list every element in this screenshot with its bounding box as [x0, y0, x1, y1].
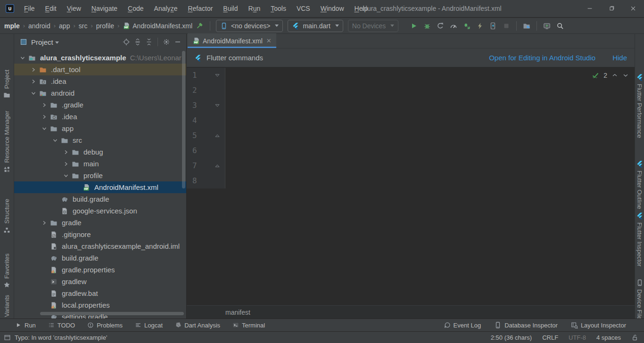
horizontal-scrollbar[interactable]	[40, 312, 184, 315]
fold-marker-icon[interactable]	[207, 128, 225, 143]
chevron-down-icon[interactable]	[51, 137, 61, 144]
inspection-widget[interactable]: 2	[588, 69, 633, 82]
chevron-right-icon[interactable]	[41, 219, 50, 227]
tree-row[interactable]: build.gradle	[14, 252, 186, 264]
profiler-button[interactable]	[447, 20, 460, 32]
tool-window-button-terminal[interactable]: Terminal	[232, 322, 265, 329]
tree-row[interactable]: google-services.json	[14, 205, 186, 217]
tool-button-flutter-inspector[interactable]: Flutter Inspector	[635, 212, 644, 267]
hide-panel-icon[interactable]	[174, 38, 182, 46]
tool-button-flutter-outline[interactable]: Flutter Outline	[635, 160, 644, 209]
stop-button[interactable]	[500, 20, 513, 32]
chevron-right-icon[interactable]	[41, 113, 50, 121]
tree-row[interactable]: main	[14, 158, 186, 170]
tree-row[interactable]: .gradle	[14, 99, 186, 111]
device-manager-button[interactable]	[520, 20, 533, 32]
code-line[interactable]: 8	[187, 173, 635, 188]
menu-view[interactable]: View	[62, 5, 86, 12]
close-icon[interactable]	[622, 0, 644, 17]
tree-row[interactable]: .idea	[14, 75, 186, 87]
minimize-icon[interactable]	[579, 0, 601, 17]
breadcrumb-item[interactable]: src	[77, 22, 89, 30]
chevron-down-icon[interactable]	[41, 125, 50, 132]
tab-androidmanifest[interactable]: MF AndroidManifest.xml ✕	[188, 33, 276, 48]
tree-row[interactable]: profile	[14, 170, 186, 181]
breadcrumb-item[interactable]: profile	[95, 22, 116, 30]
menu-navigate[interactable]: Navigate	[86, 5, 123, 12]
tool-window-button-layout-inspector[interactable]: Layout Inspector	[571, 321, 626, 329]
code-line[interactable]: 6	[187, 143, 635, 158]
breadcrumb-item[interactable]: mple	[3, 22, 21, 30]
vertical-scrollbar[interactable]	[182, 51, 185, 188]
next-problem-icon[interactable]	[622, 72, 629, 79]
breadcrumb-file[interactable]: MFAndroidManifest.xml	[121, 22, 192, 30]
breadcrumb-manifest[interactable]: manifest	[225, 309, 250, 316]
menu-build[interactable]: Build	[218, 5, 243, 12]
menu-window[interactable]: Window	[315, 5, 349, 12]
menu-vcs[interactable]: VCS	[291, 5, 315, 12]
hide-banner-link[interactable]: Hide	[612, 54, 627, 62]
chevron-down-icon[interactable]	[19, 54, 28, 62]
code-line[interactable]: 3	[187, 98, 635, 113]
tool-window-button-problems[interactable]: Problems	[87, 322, 123, 329]
run-config-selector[interactable]: main.dart	[288, 20, 343, 32]
caret-position[interactable]: 2:50 (36 chars)	[491, 334, 532, 341]
attach-profiler-button[interactable]	[434, 20, 447, 32]
tree-row[interactable]: src	[14, 134, 186, 146]
breadcrumb-item[interactable]: android	[27, 22, 52, 30]
chevron-down-icon[interactable]	[30, 90, 39, 97]
tree-row[interactable]: gradlew	[14, 276, 186, 287]
tree-row[interactable]: app	[14, 122, 186, 134]
code-line[interactable]: 7	[187, 158, 635, 173]
code-editor[interactable]: 122345678	[187, 68, 635, 305]
code-line[interactable]: 12	[187, 68, 635, 83]
build-button[interactable]	[192, 22, 206, 30]
menu-analyze[interactable]: Analyze	[149, 5, 183, 12]
chevron-down-icon[interactable]	[55, 41, 59, 44]
flutter-hot-restart-button[interactable]	[487, 20, 500, 32]
tool-window-button-database-inspector[interactable]: Database Inspector	[494, 321, 558, 329]
tree-row[interactable]: .dart_tool	[14, 64, 186, 75]
tree-row[interactable]: alura_crashlyticsexample_android.iml	[14, 240, 186, 252]
tree-row[interactable]: build.gradle	[14, 193, 186, 205]
chevron-right-icon[interactable]	[62, 160, 72, 168]
tool-window-button-run[interactable]: Run	[15, 322, 36, 329]
tool-window-button-dart-analysis[interactable]: Dart Analysis	[175, 322, 220, 329]
close-tab-icon[interactable]: ✕	[266, 37, 272, 44]
menu-tools[interactable]: Tools	[265, 5, 291, 12]
tool-window-button-logcat[interactable]: Logcat	[135, 322, 163, 329]
breadcrumb-item[interactable]: app	[58, 22, 71, 30]
fold-marker-icon[interactable]	[207, 98, 225, 113]
tool-button-resource-manager[interactable]: Resource Manager	[0, 111, 14, 173]
chevron-right-icon[interactable]	[41, 101, 50, 109]
locate-file-icon[interactable]	[123, 38, 130, 46]
tool-window-button-event-log[interactable]: Event Log	[444, 321, 481, 329]
flutter-hot-reload-button[interactable]	[473, 20, 487, 32]
maximize-icon[interactable]	[601, 0, 622, 17]
unlock-icon[interactable]	[631, 334, 638, 341]
menu-refactor[interactable]: Refactor	[182, 5, 218, 12]
running-devices-button[interactable]	[540, 20, 553, 32]
fold-marker-icon[interactable]	[207, 158, 225, 173]
tool-window-button-todo[interactable]: TODO	[48, 322, 75, 329]
tree-row[interactable]: gradle	[14, 217, 186, 229]
tree-row[interactable]: gradlew.bat	[14, 287, 186, 299]
tree-row[interactable]: MFAndroidManifest.xml	[14, 181, 186, 193]
tool-button-favorites[interactable]: Favorites	[0, 253, 14, 288]
run-button[interactable]	[407, 20, 421, 32]
flutter-device-selector[interactable]: No Devices	[348, 20, 399, 32]
tree-row[interactable]: .idea	[14, 111, 186, 122]
attach-debugger-button[interactable]	[460, 20, 473, 32]
tree-row[interactable]: gradle.properties	[14, 264, 186, 276]
device-selector[interactable]: <no devices>	[216, 20, 283, 32]
tool-button-flutter-performance[interactable]: Flutter Performance	[635, 74, 644, 138]
prev-problem-icon[interactable]	[611, 72, 618, 79]
tree-row[interactable]: alura_crashlyticsexampleC:\Users\Leonar	[14, 52, 186, 64]
menu-code[interactable]: Code	[123, 5, 149, 12]
tree-row[interactable]: local.properties	[14, 299, 186, 311]
chevron-right-icon[interactable]	[30, 78, 39, 85]
debug-button[interactable]	[421, 20, 434, 32]
collapse-all-icon[interactable]	[145, 38, 153, 46]
menu-run[interactable]: Run	[243, 5, 266, 12]
expand-all-icon[interactable]	[134, 38, 141, 46]
